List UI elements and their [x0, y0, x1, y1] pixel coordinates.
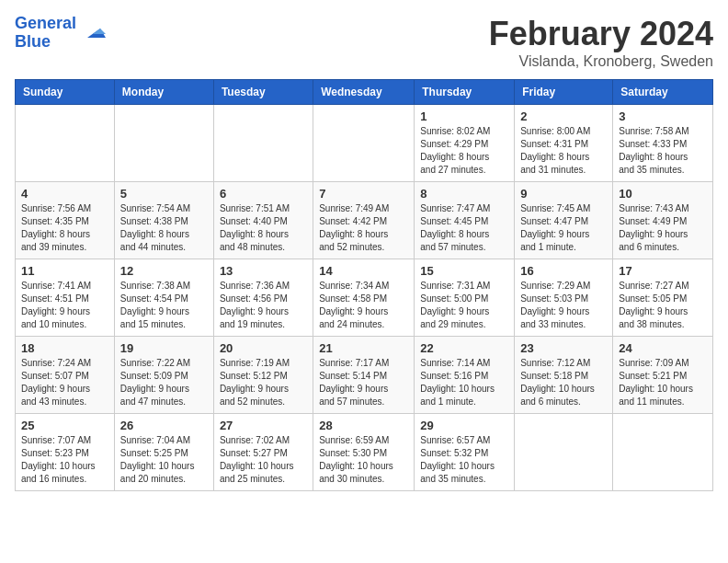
calendar-cell: 10Sunrise: 7:43 AM Sunset: 4:49 PM Dayli… [613, 182, 713, 259]
calendar-cell: 6Sunrise: 7:51 AM Sunset: 4:40 PM Daylig… [213, 182, 313, 259]
day-info: Sunrise: 7:45 AM Sunset: 4:47 PM Dayligh… [520, 202, 607, 254]
day-number: 1 [420, 109, 508, 123]
day-number: 28 [319, 419, 408, 432]
calendar-cell: 29Sunrise: 6:57 AM Sunset: 5:32 PM Dayli… [415, 414, 515, 491]
day-number: 10 [619, 187, 707, 201]
day-info: Sunrise: 7:49 AM Sunset: 4:42 PM Dayligh… [319, 202, 408, 254]
weekday-header: Tuesday [213, 80, 313, 105]
day-number: 18 [21, 341, 108, 355]
weekday-header: Wednesday [313, 80, 415, 105]
calendar-week-row: 25Sunrise: 7:07 AM Sunset: 5:23 PM Dayli… [16, 414, 713, 491]
day-info: Sunrise: 7:34 AM Sunset: 4:58 PM Dayligh… [319, 280, 408, 331]
calendar-cell [213, 105, 313, 182]
day-number: 21 [319, 341, 408, 355]
day-info: Sunrise: 7:14 AM Sunset: 5:16 PM Dayligh… [420, 357, 508, 408]
day-info: Sunrise: 7:02 AM Sunset: 5:27 PM Dayligh… [220, 434, 307, 486]
weekday-header: Saturday [613, 80, 713, 105]
calendar-cell: 5Sunrise: 7:54 AM Sunset: 4:38 PM Daylig… [114, 182, 213, 259]
weekday-header: Monday [114, 80, 213, 105]
page-header: General Blue February 2024 Vislanda, Kro… [15, 15, 713, 70]
day-info: Sunrise: 7:56 AM Sunset: 4:35 PM Dayligh… [21, 202, 108, 254]
day-number: 6 [220, 187, 307, 201]
calendar-cell: 1Sunrise: 8:02 AM Sunset: 4:29 PM Daylig… [415, 105, 515, 182]
calendar-week-row: 4Sunrise: 7:56 AM Sunset: 4:35 PM Daylig… [16, 182, 713, 259]
weekday-header: Friday [515, 80, 613, 105]
calendar-cell: 9Sunrise: 7:45 AM Sunset: 4:47 PM Daylig… [515, 182, 613, 259]
day-number: 7 [319, 187, 408, 201]
location-title: Vislanda, Kronoberg, Sweden [489, 53, 713, 70]
calendar-cell [313, 105, 415, 182]
logo-subtext: Blue [15, 33, 76, 52]
calendar-cell [114, 105, 213, 182]
day-info: Sunrise: 7:04 AM Sunset: 5:25 PM Dayligh… [120, 434, 208, 486]
day-number: 17 [619, 264, 707, 278]
calendar-cell: 24Sunrise: 7:09 AM Sunset: 5:21 PM Dayli… [613, 337, 713, 414]
day-number: 22 [420, 341, 508, 355]
day-number: 13 [220, 264, 307, 278]
day-info: Sunrise: 6:59 AM Sunset: 5:30 PM Dayligh… [319, 434, 408, 486]
day-number: 25 [21, 419, 108, 432]
day-number: 9 [520, 187, 607, 201]
day-info: Sunrise: 7:47 AM Sunset: 4:45 PM Dayligh… [420, 202, 508, 254]
day-number: 5 [120, 187, 208, 201]
day-info: Sunrise: 7:31 AM Sunset: 5:00 PM Dayligh… [420, 280, 508, 331]
day-info: Sunrise: 8:00 AM Sunset: 4:31 PM Dayligh… [520, 125, 607, 177]
day-number: 20 [220, 341, 307, 355]
day-number: 15 [420, 264, 508, 278]
day-info: Sunrise: 7:29 AM Sunset: 5:03 PM Dayligh… [520, 280, 607, 331]
day-number: 2 [520, 109, 607, 123]
day-info: Sunrise: 7:17 AM Sunset: 5:14 PM Dayligh… [319, 357, 408, 408]
calendar-cell: 3Sunrise: 7:58 AM Sunset: 4:33 PM Daylig… [613, 105, 713, 182]
title-area: February 2024 Vislanda, Kronoberg, Swede… [489, 15, 713, 70]
calendar-cell: 14Sunrise: 7:34 AM Sunset: 4:58 PM Dayli… [313, 259, 415, 337]
day-number: 26 [120, 419, 208, 432]
day-info: Sunrise: 7:43 AM Sunset: 4:49 PM Dayligh… [619, 202, 707, 254]
day-info: Sunrise: 7:09 AM Sunset: 5:21 PM Dayligh… [619, 357, 707, 408]
day-number: 23 [520, 341, 607, 355]
calendar-cell: 8Sunrise: 7:47 AM Sunset: 4:45 PM Daylig… [415, 182, 515, 259]
day-number: 16 [520, 264, 607, 278]
calendar-cell: 28Sunrise: 6:59 AM Sunset: 5:30 PM Dayli… [313, 414, 415, 491]
calendar-header-row: SundayMondayTuesdayWednesdayThursdayFrid… [16, 80, 713, 105]
day-number: 29 [420, 419, 508, 432]
calendar-cell: 25Sunrise: 7:07 AM Sunset: 5:23 PM Dayli… [16, 414, 115, 491]
calendar-cell [515, 414, 613, 491]
day-number: 12 [120, 264, 208, 278]
calendar-cell: 18Sunrise: 7:24 AM Sunset: 5:07 PM Dayli… [16, 337, 115, 414]
calendar-cell: 26Sunrise: 7:04 AM Sunset: 5:25 PM Dayli… [114, 414, 213, 491]
weekday-header: Thursday [415, 80, 515, 105]
calendar-cell: 20Sunrise: 7:19 AM Sunset: 5:12 PM Dayli… [213, 337, 313, 414]
calendar-cell: 11Sunrise: 7:41 AM Sunset: 4:51 PM Dayli… [16, 259, 115, 337]
day-number: 14 [319, 264, 408, 278]
calendar-cell [16, 105, 115, 182]
day-number: 11 [21, 264, 108, 278]
calendar-week-row: 1Sunrise: 8:02 AM Sunset: 4:29 PM Daylig… [16, 105, 713, 182]
day-info: Sunrise: 7:54 AM Sunset: 4:38 PM Dayligh… [120, 202, 208, 254]
calendar-cell: 15Sunrise: 7:31 AM Sunset: 5:00 PM Dayli… [415, 259, 515, 337]
calendar-cell [613, 414, 713, 491]
weekday-header: Sunday [16, 80, 115, 105]
day-number: 27 [220, 419, 307, 432]
calendar-table: SundayMondayTuesdayWednesdayThursdayFrid… [15, 79, 713, 491]
day-info: Sunrise: 7:58 AM Sunset: 4:33 PM Dayligh… [619, 125, 707, 177]
calendar-cell: 27Sunrise: 7:02 AM Sunset: 5:27 PM Dayli… [213, 414, 313, 491]
calendar-cell: 7Sunrise: 7:49 AM Sunset: 4:42 PM Daylig… [313, 182, 415, 259]
logo: General Blue [15, 15, 108, 52]
calendar-cell: 4Sunrise: 7:56 AM Sunset: 4:35 PM Daylig… [16, 182, 115, 259]
day-number: 19 [120, 341, 208, 355]
day-info: Sunrise: 7:38 AM Sunset: 4:54 PM Dayligh… [120, 280, 208, 331]
day-info: Sunrise: 6:57 AM Sunset: 5:32 PM Dayligh… [420, 434, 508, 486]
calendar-cell: 13Sunrise: 7:36 AM Sunset: 4:56 PM Dayli… [213, 259, 313, 337]
day-number: 24 [619, 341, 707, 355]
day-info: Sunrise: 7:36 AM Sunset: 4:56 PM Dayligh… [220, 280, 307, 331]
day-info: Sunrise: 7:19 AM Sunset: 5:12 PM Dayligh… [220, 357, 307, 408]
svg-marker-1 [93, 29, 106, 34]
day-number: 3 [619, 109, 707, 123]
day-info: Sunrise: 7:41 AM Sunset: 4:51 PM Dayligh… [21, 280, 108, 331]
day-info: Sunrise: 7:24 AM Sunset: 5:07 PM Dayligh… [21, 357, 108, 408]
day-info: Sunrise: 7:22 AM Sunset: 5:09 PM Dayligh… [120, 357, 208, 408]
calendar-cell: 22Sunrise: 7:14 AM Sunset: 5:16 PM Dayli… [415, 337, 515, 414]
day-info: Sunrise: 7:12 AM Sunset: 5:18 PM Dayligh… [520, 357, 607, 408]
calendar-cell: 2Sunrise: 8:00 AM Sunset: 4:31 PM Daylig… [515, 105, 613, 182]
calendar-cell: 17Sunrise: 7:27 AM Sunset: 5:05 PM Dayli… [613, 259, 713, 337]
